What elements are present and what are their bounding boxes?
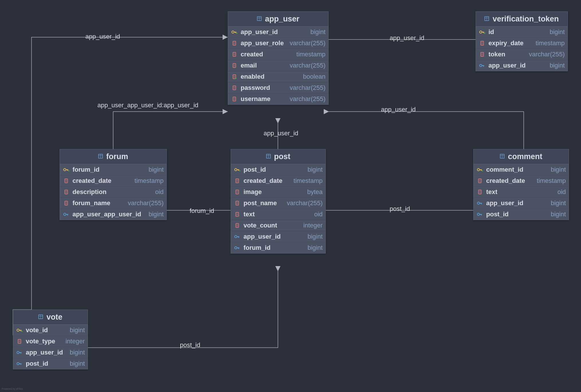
svg-point-78 [239,170,240,171]
column-row[interactable]: post_idbigint [13,358,88,369]
column-row[interactable]: vote_countinteger [231,220,325,231]
table-title: comment [508,152,542,161]
edge-label: post_id [390,205,410,213]
table-comment[interactable]: comment comment_idbigintcreated_datetime… [473,149,569,220]
svg-point-47 [480,64,482,67]
foreign-key-icon [63,212,70,216]
column-type: bigint [551,166,566,173]
column-name: expiry_date [488,39,533,47]
column-row[interactable]: enabledboolean [228,71,328,82]
svg-point-111 [482,170,483,171]
column-name: comment_id [486,166,548,173]
column-row[interactable]: comment_idbigint [474,164,569,175]
svg-rect-101 [238,236,239,238]
column-row[interactable]: app_user_idbigint [474,198,569,209]
svg-point-53 [64,169,66,171]
column-row[interactable]: forum_namevarchar(255) [60,198,166,209]
column-name: app_user_role [241,39,287,47]
table-header: forum [60,149,166,164]
table-title: forum [106,152,128,161]
svg-point-23 [235,78,237,79]
column-row[interactable]: post_namevarchar(255) [231,198,325,209]
svg-rect-139 [21,352,21,354]
column-type: integer [66,338,85,345]
table-icon [98,154,103,160]
column-row[interactable]: textoid [474,187,569,198]
svg-rect-49 [483,65,484,67]
column-name: app_user_id [26,349,67,356]
svg-point-69 [64,213,66,215]
table-title: post [274,152,290,161]
column-name: vote_type [26,338,63,345]
svg-rect-142 [21,363,21,365]
column-row[interactable]: emailvarchar(255) [228,60,328,71]
column-row[interactable]: idbigint [476,27,568,38]
column-name: app_user_app_user_id [72,211,146,218]
foreign-key-icon [234,235,241,239]
column-row[interactable]: app_user_idbigint [228,27,328,38]
primary-key-icon [63,168,70,172]
table-forum[interactable]: forum forum_idbigintcreated_datetimestam… [60,149,167,220]
column-name: created [241,51,294,58]
table-post[interactable]: post post_idbigintcreated_datetimestampi… [231,149,326,254]
column-type: bigint [551,199,566,207]
table-icon [484,16,489,22]
column-icon [63,190,70,194]
column-icon [63,201,70,205]
column-row[interactable]: passwordvarchar(255) [228,82,328,94]
column-row[interactable]: app_user_app_user_idbigint [60,209,166,220]
table-verification-token[interactable]: verification_token idbigintexpiry_dateti… [476,11,568,71]
column-row[interactable]: vote_idbigint [13,325,88,336]
column-row[interactable]: usernamevarchar(255) [228,94,328,104]
footer-note: Powered by yFiles [2,387,23,390]
column-nullable-icon [231,74,238,79]
column-name: vote_count [244,222,301,229]
column-name: description [72,188,152,196]
column-type: bigint [70,360,85,367]
columns-container: vote_idbigintvote_typeintegerapp_user_id… [13,325,88,369]
edge-label: app_user_id [381,106,416,113]
column-row[interactable]: tokenvarchar(255) [476,49,568,60]
column-row[interactable]: post_idbigint [231,164,325,175]
column-row[interactable]: descriptionoid [60,187,166,198]
column-row[interactable]: vote_typeinteger [13,336,88,347]
table-vote[interactable]: vote vote_idbigintvote_typeintegerapp_us… [13,310,88,369]
column-row[interactable]: created_datetimestamp [231,175,325,187]
column-name: vote_id [26,326,67,334]
column-row[interactable]: app_user_idbigint [476,60,568,71]
table-app-user[interactable]: app_user app_user_idbigintapp_user_rolev… [228,11,329,105]
svg-rect-122 [481,203,482,204]
column-row[interactable]: post_idbigint [474,209,569,220]
column-icon [479,52,486,57]
column-type: oid [155,188,164,196]
column-icon [231,41,238,45]
column-row[interactable]: app_user_rolevarchar(255) [228,38,328,49]
column-icon [234,179,241,183]
column-row[interactable]: imagebytea [231,187,325,198]
svg-point-3 [232,31,234,33]
column-icon [234,190,241,194]
column-name: username [241,95,287,103]
column-row[interactable]: forum_idbigint [231,242,325,253]
column-icon [476,179,483,183]
svg-rect-55 [67,169,68,171]
column-row[interactable]: expiry_datetimestamp [476,38,568,49]
column-icon [231,52,238,57]
column-row[interactable]: created_datetimestamp [474,175,569,187]
column-name: email [241,62,287,69]
column-row[interactable]: created_datetimestamp [60,175,166,187]
column-name: forum_id [72,166,146,173]
column-row[interactable]: app_user_idbigint [13,347,88,358]
column-name: created_date [244,177,291,185]
column-row[interactable]: forum_idbigint [60,164,166,175]
table-icon [500,154,505,160]
column-type: varchar(255) [290,62,325,69]
column-row[interactable]: createdtimestamp [228,49,328,60]
columns-container: app_user_idbigintapp_user_rolevarchar(25… [228,27,328,104]
column-type: bigint [307,244,323,252]
column-row[interactable]: app_user_idbigint [231,231,325,242]
column-type: bigint [310,28,325,36]
column-row[interactable]: textoid [231,209,325,220]
column-name: app_user_id [244,233,305,240]
foreign-key-icon [476,212,483,216]
